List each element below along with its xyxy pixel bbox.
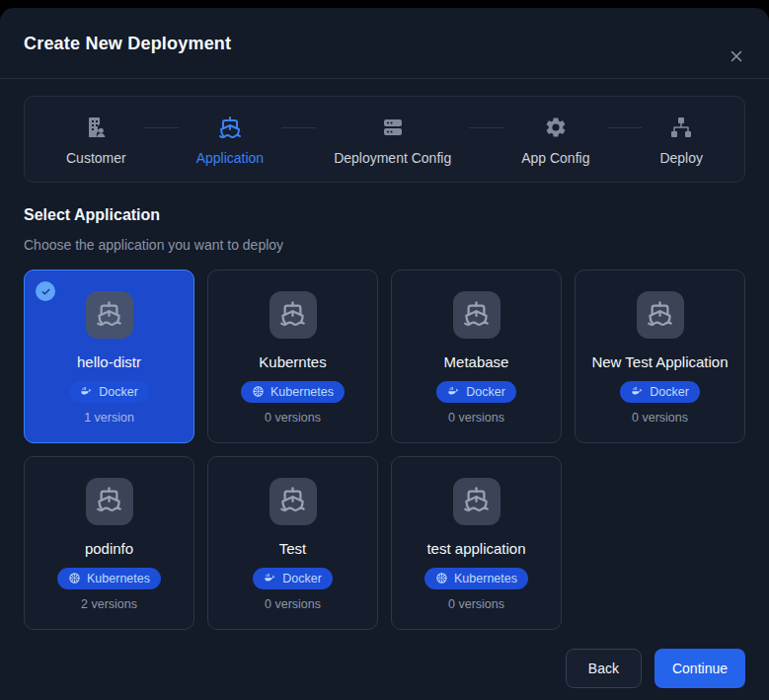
step-deploy[interactable]: Deploy bbox=[659, 116, 703, 166]
step-connector bbox=[281, 127, 316, 128]
app-versions: 0 versions bbox=[448, 411, 504, 425]
step-connector bbox=[144, 127, 179, 128]
server-icon bbox=[381, 116, 405, 139]
close-button[interactable] bbox=[728, 47, 745, 65]
app-type-label: Docker bbox=[282, 572, 322, 585]
app-icon-box bbox=[269, 291, 317, 339]
application-grid: hello-distrDocker1 versionKuberntesKuber… bbox=[24, 270, 745, 630]
application-card-hello-distr[interactable]: hello-distrDocker1 version bbox=[24, 270, 194, 443]
app-type-badge: Kubernetes bbox=[57, 568, 161, 589]
step-app-config[interactable]: App Config bbox=[521, 116, 589, 166]
ship-icon bbox=[218, 116, 242, 139]
continue-button[interactable]: Continue bbox=[654, 649, 745, 688]
modal-header: Create New Deployment bbox=[0, 8, 769, 79]
app-icon-box bbox=[269, 478, 317, 525]
app-type-label: Docker bbox=[99, 385, 138, 399]
application-card-test-application[interactable]: test applicationKubernetes0 versions bbox=[391, 456, 562, 630]
step-label: Customer bbox=[66, 150, 126, 166]
kubernetes-icon bbox=[252, 385, 265, 398]
footer: Back Continue bbox=[24, 649, 745, 688]
modal-title: Create New Deployment bbox=[24, 34, 745, 54]
docker-icon bbox=[80, 385, 93, 398]
application-card-kuberntes[interactable]: KuberntesKubernetes0 versions bbox=[207, 270, 378, 443]
app-versions: 0 versions bbox=[632, 411, 688, 425]
building-user-icon bbox=[84, 116, 108, 139]
app-versions: 0 versions bbox=[448, 597, 504, 611]
app-type-badge: Docker bbox=[69, 381, 149, 403]
app-name: Metabase bbox=[444, 351, 509, 373]
app-icon-box bbox=[637, 291, 684, 339]
step-connector bbox=[469, 127, 503, 128]
step-label: Application bbox=[196, 150, 265, 166]
app-type-badge: Kubernetes bbox=[424, 568, 528, 589]
section-subtitle: Choose the application you want to deplo… bbox=[24, 237, 745, 253]
ship-icon bbox=[279, 300, 306, 331]
network-icon bbox=[669, 116, 693, 139]
app-type-label: Kubernetes bbox=[270, 385, 334, 399]
kubernetes-icon bbox=[435, 572, 448, 584]
application-card-metabase[interactable]: MetabaseDocker0 versions bbox=[391, 270, 562, 443]
app-type-badge: Docker bbox=[620, 381, 700, 403]
application-card-podinfo[interactable]: podinfoKubernetes2 versions bbox=[24, 456, 194, 630]
x-icon bbox=[728, 47, 745, 65]
step-application[interactable]: Application bbox=[196, 116, 265, 166]
step-label: Deployment Config bbox=[334, 150, 451, 166]
selected-check-icon bbox=[36, 281, 55, 301]
app-versions: 0 versions bbox=[265, 597, 321, 611]
step-label: Deploy bbox=[659, 150, 703, 166]
app-icon-box bbox=[453, 478, 500, 525]
docker-icon bbox=[264, 572, 276, 584]
app-type-label: Kubernetes bbox=[87, 572, 150, 585]
app-versions: 1 version bbox=[84, 411, 134, 425]
app-name: podinfo bbox=[85, 538, 133, 560]
ship-icon bbox=[96, 486, 122, 516]
kubernetes-icon bbox=[68, 572, 81, 584]
app-icon-box bbox=[86, 478, 133, 525]
application-card-new-test-application[interactable]: New Test ApplicationDocker0 versions bbox=[575, 270, 745, 443]
docker-icon bbox=[447, 385, 460, 398]
create-deployment-modal: Create New Deployment CustomerApplicatio… bbox=[0, 8, 769, 700]
app-type-badge: Docker bbox=[253, 568, 333, 589]
app-icon-box bbox=[86, 291, 133, 339]
ship-icon bbox=[96, 300, 122, 331]
stepper: CustomerApplicationDeployment ConfigApp … bbox=[24, 96, 745, 183]
app-versions: 0 versions bbox=[265, 411, 321, 425]
back-button[interactable]: Back bbox=[566, 649, 642, 688]
app-type-label: Kubernetes bbox=[454, 572, 517, 585]
ship-icon bbox=[463, 300, 490, 331]
app-name: Kuberntes bbox=[259, 351, 326, 373]
app-type-label: Docker bbox=[650, 385, 689, 399]
section-title: Select Application bbox=[24, 206, 745, 224]
step-customer[interactable]: Customer bbox=[66, 116, 126, 166]
app-type-badge: Kubernetes bbox=[241, 381, 345, 403]
app-name: New Test Application bbox=[591, 351, 728, 373]
app-type-badge: Docker bbox=[436, 381, 516, 403]
gear-icon bbox=[544, 116, 568, 139]
app-icon-box bbox=[453, 291, 500, 339]
step-label: App Config bbox=[521, 150, 589, 166]
app-name: Test bbox=[279, 538, 307, 560]
docker-icon bbox=[631, 385, 644, 398]
ship-icon bbox=[647, 300, 673, 331]
app-name: hello-distr bbox=[77, 351, 141, 373]
step-connector bbox=[607, 127, 642, 128]
ship-icon bbox=[463, 486, 490, 516]
app-versions: 2 versions bbox=[81, 597, 137, 611]
modal-content: CustomerApplicationDeployment ConfigApp … bbox=[0, 79, 769, 688]
app-type-label: Docker bbox=[466, 385, 505, 399]
application-card-test[interactable]: TestDocker0 versions bbox=[207, 456, 378, 630]
app-name: test application bbox=[426, 538, 525, 560]
step-deployment-config[interactable]: Deployment Config bbox=[334, 116, 451, 166]
ship-icon bbox=[279, 486, 306, 516]
